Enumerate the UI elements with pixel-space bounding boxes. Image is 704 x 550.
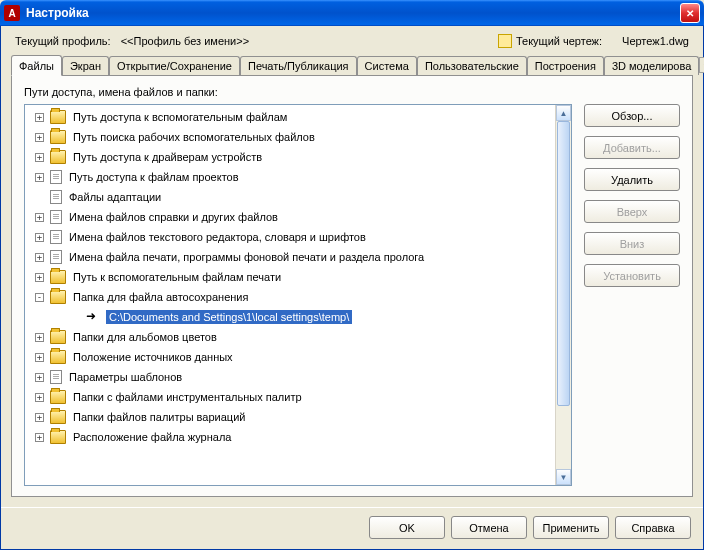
tree-row[interactable]: +Положение источников данных	[25, 347, 555, 367]
expander[interactable]: +	[35, 113, 44, 122]
folder-icon	[50, 150, 66, 164]
expander[interactable]: +	[35, 373, 44, 382]
window-body: Текущий профиль: <<Профиль без имени>> Т…	[0, 26, 704, 550]
folder-icon	[50, 430, 66, 444]
current-profile-value: <<Профиль без имени>>	[121, 35, 249, 47]
expander[interactable]: -	[35, 293, 44, 302]
scroll-thumb[interactable]	[557, 121, 570, 406]
scroll-up-button[interactable]: ▲	[556, 105, 571, 121]
ok-button[interactable]: OK	[369, 516, 445, 539]
side-button-3: Вверх	[584, 200, 680, 223]
tree-row[interactable]: +Путь поиска рабочих вспомогательных фай…	[25, 127, 555, 147]
expander[interactable]: +	[35, 273, 44, 282]
scroll-track[interactable]	[556, 121, 571, 469]
tree-row[interactable]: +Имена файла печати, программы фоновой п…	[25, 247, 555, 267]
tree-row[interactable]: +Папки файлов палитры вариаций	[25, 407, 555, 427]
tree-label[interactable]: Файлы адаптации	[66, 190, 164, 204]
tree-label[interactable]: Путь доступа к вспомогательным файлам	[70, 110, 290, 124]
tree-row[interactable]: +Имена файлов текстового редактора, слов…	[25, 227, 555, 247]
apply-button[interactable]: Применить	[533, 516, 609, 539]
tree-row[interactable]: -Папка для файла автосохранения	[25, 287, 555, 307]
tab-4[interactable]: Система	[357, 56, 417, 75]
expander[interactable]: +	[35, 433, 44, 442]
tab-7[interactable]: 3D моделирова	[604, 56, 699, 75]
tree-label[interactable]: Путь доступа к драйверам устройств	[70, 150, 265, 164]
close-button[interactable]: ✕	[680, 3, 700, 23]
file-icon	[50, 230, 62, 244]
drawing-icon	[498, 34, 512, 48]
tree-row[interactable]: +Папки для альбомов цветов	[25, 327, 555, 347]
expander[interactable]: +	[35, 213, 44, 222]
expander[interactable]: +	[35, 333, 44, 342]
file-icon	[50, 250, 62, 264]
vertical-scrollbar[interactable]: ▲ ▼	[555, 105, 571, 485]
tab-scroll-left[interactable]: ◄	[699, 57, 704, 73]
tree-label[interactable]: Имена файлов справки и других файлов	[66, 210, 281, 224]
expander[interactable]: +	[35, 353, 44, 362]
tab-2[interactable]: Открытие/Сохранение	[109, 56, 240, 75]
expander[interactable]: +	[35, 173, 44, 182]
expander[interactable]: +	[35, 413, 44, 422]
tree[interactable]: +Путь доступа к вспомогательным файлам+П…	[25, 105, 555, 485]
file-icon	[50, 210, 62, 224]
scroll-down-button[interactable]: ▼	[556, 469, 571, 485]
tree-label[interactable]: Путь к вспомогательным файлам печати	[70, 270, 284, 284]
tree-label[interactable]: Папки файлов палитры вариаций	[70, 410, 248, 424]
tree-label[interactable]: Положение источников данных	[70, 350, 236, 364]
tree-label[interactable]: Папки для альбомов цветов	[70, 330, 220, 344]
bottom-button-bar: OK Отмена Применить Справка	[1, 507, 703, 549]
tree-row[interactable]: +Папки с файлами инструментальных палитр	[25, 387, 555, 407]
tree-label[interactable]: C:\Documents and Settings\1\local settin…	[106, 310, 352, 324]
tree-row[interactable]: +Расположение файла журнала	[25, 427, 555, 447]
tree-label[interactable]: Папка для файла автосохранения	[70, 290, 251, 304]
folder-icon	[50, 330, 66, 344]
tab-strip: ФайлыЭкранОткрытие/СохранениеПечать/Публ…	[11, 54, 693, 76]
tree-row[interactable]: Файлы адаптации	[25, 187, 555, 207]
tree-label[interactable]: Имена файлов текстового редактора, слова…	[66, 230, 369, 244]
tab-5[interactable]: Пользовательские	[417, 56, 527, 75]
tab-0[interactable]: Файлы	[11, 55, 62, 76]
tree-row[interactable]: C:\Documents and Settings\1\local settin…	[25, 307, 555, 327]
expander[interactable]: +	[35, 233, 44, 242]
tree-label[interactable]: Параметры шаблонов	[66, 370, 185, 384]
side-button-0[interactable]: Обзор...	[584, 104, 680, 127]
panel-content: +Путь доступа к вспомогательным файлам+П…	[24, 104, 680, 486]
side-button-4: Вниз	[584, 232, 680, 255]
expander[interactable]: +	[35, 253, 44, 262]
cancel-button[interactable]: Отмена	[451, 516, 527, 539]
expander[interactable]: +	[35, 153, 44, 162]
tree-row[interactable]: +Параметры шаблонов	[25, 367, 555, 387]
folder-icon	[50, 270, 66, 284]
current-profile-label: Текущий профиль:	[15, 35, 111, 47]
tree-row[interactable]: +Путь доступа к вспомогательным файлам	[25, 107, 555, 127]
tree-row[interactable]: +Имена файлов справки и других файлов	[25, 207, 555, 227]
titlebar: A Настройка ✕	[0, 0, 704, 26]
expander[interactable]: +	[35, 393, 44, 402]
tab-1[interactable]: Экран	[62, 56, 109, 75]
tree-row[interactable]: +Путь доступа к файлам проектов	[25, 167, 555, 187]
profile-row: Текущий профиль: <<Профиль без имени>> Т…	[1, 26, 703, 54]
tab-3[interactable]: Печать/Публикация	[240, 56, 357, 75]
tab-scroll: ◄ ►	[699, 57, 704, 73]
tab-6[interactable]: Построения	[527, 56, 604, 75]
folder-icon	[50, 350, 66, 364]
panel-heading: Пути доступа, имена файлов и папки:	[24, 86, 680, 98]
tree-label[interactable]: Имена файла печати, программы фоновой пе…	[66, 250, 427, 264]
folder-icon	[50, 290, 66, 304]
help-button[interactable]: Справка	[615, 516, 691, 539]
tree-label[interactable]: Путь доступа к файлам проектов	[66, 170, 242, 184]
tree-label[interactable]: Расположение файла журнала	[70, 430, 234, 444]
tree-row[interactable]: +Путь доступа к драйверам устройств	[25, 147, 555, 167]
tree-row[interactable]: +Путь к вспомогательным файлам печати	[25, 267, 555, 287]
side-button-2[interactable]: Удалить	[584, 168, 680, 191]
side-button-1: Добавить...	[584, 136, 680, 159]
expander	[71, 313, 80, 322]
tree-label[interactable]: Путь поиска рабочих вспомогательных файл…	[70, 130, 318, 144]
app-icon: A	[4, 5, 20, 21]
file-icon	[50, 370, 62, 384]
folder-icon	[50, 130, 66, 144]
window-title: Настройка	[26, 6, 680, 20]
expander[interactable]: +	[35, 133, 44, 142]
tree-label[interactable]: Папки с файлами инструментальных палитр	[70, 390, 305, 404]
current-drawing-label: Текущий чертеж:	[516, 35, 602, 47]
